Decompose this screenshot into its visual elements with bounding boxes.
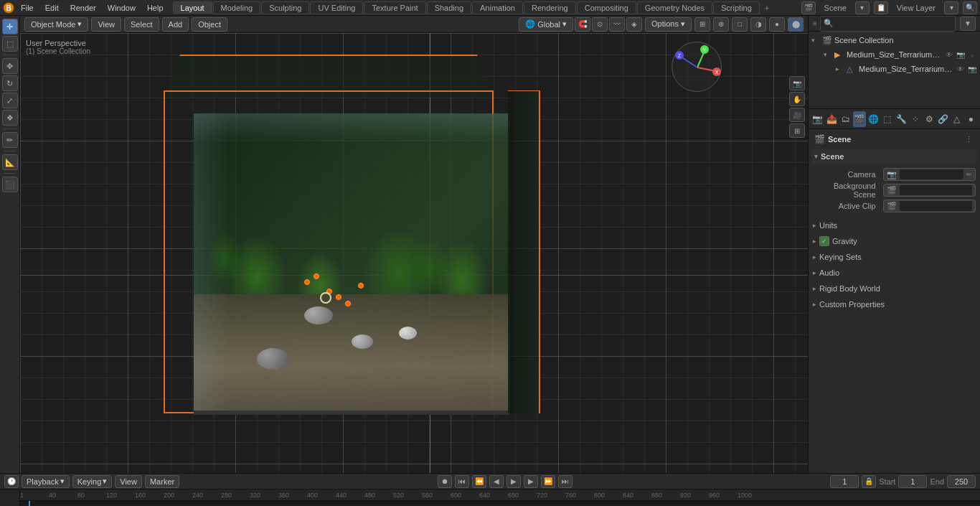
viewport-canvas[interactable]: User Perspective (1) Scene Collection [20, 33, 808, 473]
prev-frame-button[interactable]: ⏪ [472, 475, 486, 488]
select-box-tool[interactable]: ⬚ [2, 36, 18, 52]
prev-keyframe-button[interactable]: ◀ [489, 475, 504, 488]
outliner-object-row-1[interactable]: ▸ △ Medium_Size_Terrarium_... 👁 📷 [809, 62, 980, 76]
snap-toggle[interactable]: 🧲 [575, 17, 590, 32]
tab-modeling[interactable]: Modeling [213, 1, 261, 14]
transform-tool[interactable]: ❖ [2, 110, 18, 126]
props-options-icon[interactable]: ⋮ [963, 133, 974, 145]
frame-track[interactable] [20, 501, 980, 506]
prop-tab-constraints[interactable]: 🔗 [937, 111, 949, 127]
next-frame-button[interactable]: ⏩ [541, 475, 555, 488]
move-tool[interactable]: ✥ [2, 58, 18, 74]
hand-tool-icon[interactable]: ✋ [789, 92, 805, 106]
viewport-layers-icon[interactable]: ⊞ [789, 123, 805, 138]
tab-shading[interactable]: Shading [427, 1, 471, 14]
scene-collection-row[interactable]: ▾ 🎬 Scene Collection [809, 33, 980, 47]
record-button[interactable]: ⏺ [438, 475, 452, 488]
options-btn[interactable]: Options ▾ [645, 17, 692, 32]
scene-dropdown[interactable]: 🎬 [801, 1, 816, 14]
jump-start-button[interactable]: ⏮ [455, 475, 469, 488]
viewport-add-menu[interactable]: Add [162, 17, 189, 32]
current-frame-input[interactable] [830, 475, 859, 488]
prop-tab-modifier[interactable]: 🔧 [895, 111, 908, 127]
viewport-gizmo[interactable]: X Y Z [672, 42, 722, 92]
play-button[interactable]: ▶ [507, 475, 521, 488]
camera-value[interactable]: 📷 ✏ [883, 168, 976, 181]
frame-start-input[interactable] [898, 475, 927, 488]
gravity-section-header[interactable]: ▸ ✓ Gravity [811, 234, 977, 248]
active-clip-value[interactable]: 🎬 [883, 200, 976, 212]
menu-file[interactable]: File [16, 2, 39, 14]
visibility-icon-0[interactable]: 👁 [944, 51, 954, 59]
keying-sets-header[interactable]: ▸ Keying Sets [811, 250, 977, 264]
playback-menu[interactable]: Playback ▾ [22, 475, 70, 488]
tab-rendering[interactable]: Rendering [524, 1, 576, 14]
prop-tab-material[interactable]: ● [965, 111, 977, 127]
graph-icon-1[interactable]: 〰 [609, 17, 625, 32]
prop-tab-physics[interactable]: ⚙ [923, 111, 935, 127]
tab-layout[interactable]: Layout [173, 1, 212, 14]
camera-view-icon[interactable]: 📷 [789, 76, 805, 90]
audio-header[interactable]: ▸ Audio [811, 266, 977, 280]
frame-end-input[interactable] [947, 475, 976, 488]
timeline-mode-icon[interactable]: 🕐 [4, 475, 19, 488]
tab-compositing[interactable]: Compositing [577, 1, 636, 14]
add-workspace-button[interactable]: + [760, 2, 773, 14]
tab-sculpting[interactable]: Sculpting [261, 1, 309, 14]
tab-scripting[interactable]: Scripting [713, 1, 760, 14]
jump-end-button[interactable]: ⏭ [558, 475, 573, 488]
next-keyframe-button[interactable]: ▶ [524, 475, 538, 488]
rigid-body-header[interactable]: ▸ Rigid Body World [811, 281, 977, 296]
prop-tab-particles[interactable]: ⁘ [909, 111, 921, 127]
viewport-display-overlays[interactable]: ⊞ [694, 17, 710, 32]
rotate-tool[interactable]: ↻ [2, 75, 18, 91]
custom-props-header[interactable]: ▸ Custom Properties [811, 297, 977, 311]
viewport-object-menu[interactable]: Object [192, 17, 227, 32]
viewport-shading-render[interactable]: ⬤ [788, 17, 804, 32]
object-mode-selector[interactable]: Object Mode ▾ [24, 17, 88, 32]
gravity-checkbox[interactable]: ✓ [819, 236, 829, 246]
render-visibility-0[interactable]: 📷 [956, 51, 966, 59]
view-layer-dropdown[interactable]: 📋 [874, 1, 888, 14]
select-icon-0[interactable]: ⬦ [967, 51, 977, 59]
viewport-view-menu[interactable]: View [91, 17, 121, 32]
viewport-shading-wireframe[interactable]: □ [732, 17, 748, 32]
prop-tab-world[interactable]: 🌐 [867, 111, 880, 127]
outliner-object-row-0[interactable]: ▾ ▶ Medium_Size_Terrarium_with 👁 📷 ⬦ [809, 47, 980, 62]
tab-uv-editing[interactable]: UV Editing [310, 1, 363, 14]
units-section-header[interactable]: ▸ Units [811, 218, 977, 233]
menu-help[interactable]: Help [142, 2, 169, 14]
scene-section-header[interactable]: ▾ Scene [811, 149, 977, 164]
prop-tab-scene[interactable]: 🎬 [853, 111, 865, 127]
tab-geometry-nodes[interactable]: Geometry Nodes [637, 1, 712, 14]
menu-window[interactable]: Window [103, 2, 141, 14]
visibility-icon-1[interactable]: 👁 [956, 65, 966, 73]
terrarium-object[interactable] [142, 76, 515, 435]
tab-animation[interactable]: Animation [472, 1, 523, 14]
bg-scene-value[interactable]: 🎬 [883, 184, 976, 197]
outliner-search[interactable]: 🔍 [820, 16, 956, 32]
viewport-select-menu[interactable]: Select [124, 17, 159, 32]
search-button[interactable]: 🔍 [963, 1, 977, 14]
scale-tool[interactable]: ⤢ [2, 93, 18, 108]
frame-lock-icon[interactable]: 🔒 [862, 475, 876, 488]
measure-tool[interactable]: 📐 [2, 154, 18, 170]
viewport-shading-material[interactable]: ● [769, 17, 785, 32]
camera-icon-2[interactable]: 🎥 [789, 108, 805, 122]
render-visibility-1[interactable]: 📷 [967, 65, 977, 73]
outliner-filter[interactable]: ▼ [960, 17, 976, 31]
tab-texture-paint[interactable]: Texture Paint [364, 1, 425, 14]
graph-icon-2[interactable]: ◈ [626, 17, 642, 32]
blender-logo[interactable]: B [3, 2, 14, 14]
add-cube-tool[interactable]: ⬛ [2, 177, 18, 192]
cursor-tool[interactable]: ✛ [2, 19, 18, 34]
frame-numbers[interactable]: 1 40 80 120 160 200 240 280 320 360 400 … [20, 489, 980, 506]
marker-menu[interactable]: Marker [145, 475, 179, 488]
camera-edit-icon[interactable]: ✏ [966, 171, 972, 178]
proportional-edit[interactable]: ⊙ [592, 17, 608, 32]
annotate-tool[interactable]: ✏ [2, 132, 18, 148]
prop-tab-output[interactable]: 📤 [825, 111, 837, 127]
view-layer-options[interactable]: ▾ [944, 1, 958, 14]
viewport-shading-solid[interactable]: ◑ [750, 17, 766, 32]
menu-edit[interactable]: Edit [40, 2, 64, 14]
